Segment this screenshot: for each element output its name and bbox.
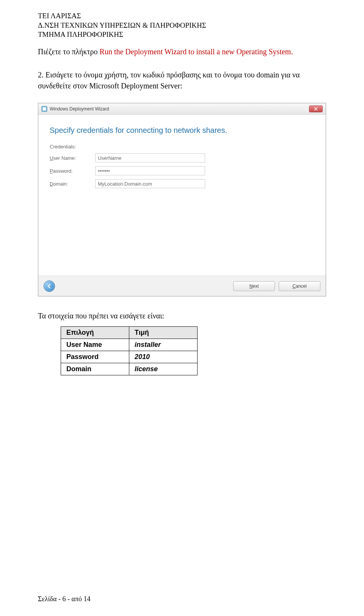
label-password: Password: xyxy=(50,168,95,174)
cancel-button[interactable]: Cancel xyxy=(279,281,320,291)
input-password[interactable] xyxy=(95,166,205,175)
page-header: ΤΕΙ ΛΑΡΙΣΑΣ Δ.ΝΣΗ ΤΕΧΝΙΚΩΝ ΥΠΗΡΕΣΙΩΝ & Π… xyxy=(38,11,326,39)
label-username: User Name: xyxy=(50,155,95,161)
next-button-access-key: N xyxy=(249,284,253,289)
label-domain-rest: omain: xyxy=(53,181,68,187)
cancel-button-rest: ancel xyxy=(296,284,307,289)
table-cell-key: User Name xyxy=(61,339,129,351)
deployment-wizard-dialog: Windows Deployment Wizard Specify creden… xyxy=(38,103,326,296)
paragraph1-highlight: Run the Deployment Wizard to install a n… xyxy=(100,47,293,56)
table-cell-key: Domain xyxy=(61,363,129,375)
close-icon xyxy=(314,107,318,111)
row-domain: Domain: xyxy=(50,179,314,188)
label-domain: Domain: xyxy=(50,181,95,187)
back-button[interactable] xyxy=(44,280,55,292)
cancel-button-access-key: C xyxy=(292,284,296,289)
dialog-title-text: Windows Deployment Wizard xyxy=(50,106,109,112)
table-row: Password 2010 xyxy=(61,351,198,363)
label-username-rest: ser Name: xyxy=(53,155,76,161)
dialog-heading: Specify credentials for connecting to ne… xyxy=(50,126,314,135)
row-password: Password: xyxy=(50,166,314,175)
row-username: User Name: xyxy=(50,153,314,162)
next-button[interactable]: Next xyxy=(233,281,275,291)
header-line-3: ΤΜΗΜΑ ΠΛΗΡΟΦΟΡΙΚΗΣ xyxy=(38,30,326,39)
paragraph-run-wizard: Πιέζετε το πλήκτρο Run the Deployment Wi… xyxy=(38,46,326,57)
dialog-titlebar: Windows Deployment Wizard xyxy=(38,103,326,115)
header-line-1: ΤΕΙ ΛΑΡΙΣΑΣ xyxy=(38,11,326,21)
paragraph-credentials-instructions: 2. Εισάγετε το όνομα χρήστη, τον κωδικό … xyxy=(38,69,326,91)
label-password-access-key: P xyxy=(50,168,53,174)
label-domain-access-key: D xyxy=(50,181,53,187)
paragraph1-prefix: Πιέζετε το πλήκτρο xyxy=(38,47,100,56)
table-header-option: Επιλογή xyxy=(61,327,129,339)
app-icon xyxy=(41,106,47,112)
table-caption: Τα στοιχεία που πρέπει να εισάγετε είναι… xyxy=(38,312,326,320)
table-header-row: Επιλογή Τιμή xyxy=(61,327,198,339)
credentials-table: Επιλογή Τιμή User Name installer Passwor… xyxy=(61,326,198,375)
next-button-rest: ext xyxy=(253,284,259,289)
table-cell-val: 2010 xyxy=(129,351,198,363)
input-username[interactable] xyxy=(95,153,205,162)
back-arrow-icon xyxy=(46,283,52,289)
page-footer: Σελίδα - 6 - από 14 xyxy=(38,595,91,603)
credentials-label: Credentials: xyxy=(50,144,314,150)
table-cell-key: Password xyxy=(61,351,129,363)
input-domain[interactable] xyxy=(95,179,205,188)
header-line-2: Δ.ΝΣΗ ΤΕΧΝΙΚΩΝ ΥΠΗΡΕΣΙΩΝ & ΠΛΗΡΟΦΟΡΙΚΗΣ xyxy=(38,21,326,30)
table-cell-val: installer xyxy=(129,339,198,351)
svg-rect-1 xyxy=(43,107,46,110)
label-username-access-key: U xyxy=(50,155,53,161)
table-cell-val: license xyxy=(129,363,198,375)
table-row: User Name installer xyxy=(61,339,198,351)
table-header-value: Τιμή xyxy=(129,327,198,339)
table-row: Domain license xyxy=(61,363,198,375)
close-button[interactable] xyxy=(309,106,323,112)
label-password-rest: assword: xyxy=(53,168,73,174)
dialog-button-bar: Next Cancel xyxy=(38,276,326,296)
